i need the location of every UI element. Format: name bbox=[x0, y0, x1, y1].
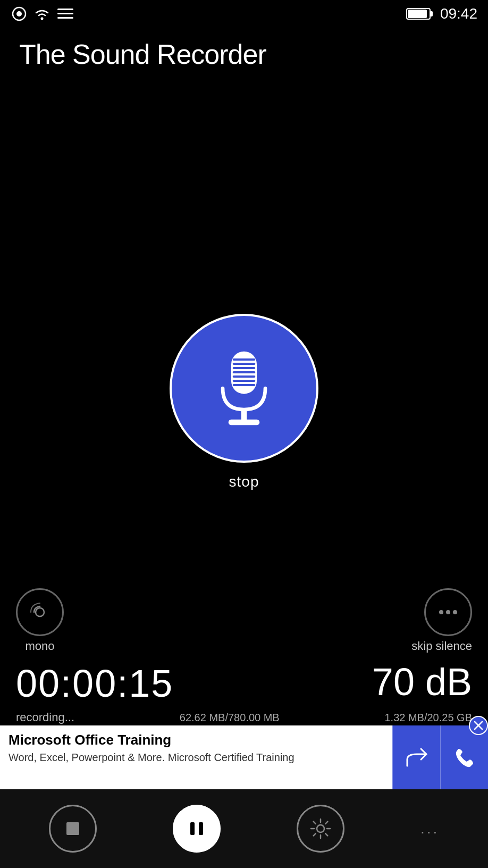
phone-icon bbox=[454, 747, 475, 768]
stop-square-icon bbox=[62, 818, 83, 839]
more-dots-icon bbox=[435, 599, 461, 625]
recording-timer: 00:00:15 bbox=[16, 662, 173, 705]
nav-stop-button[interactable] bbox=[49, 805, 97, 853]
svg-rect-11 bbox=[233, 363, 256, 365]
notification-icon bbox=[11, 6, 28, 21]
ad-content: Microsoft Office Training Word, Excel, P… bbox=[0, 725, 392, 789]
svg-rect-17 bbox=[241, 410, 247, 421]
ad-buttons bbox=[392, 725, 488, 789]
ad-call-button[interactable] bbox=[440, 725, 488, 789]
ad-share-button[interactable] bbox=[392, 725, 440, 789]
svg-point-1 bbox=[16, 11, 22, 16]
status-right: 09:42 bbox=[406, 5, 477, 22]
svg-point-21 bbox=[446, 610, 450, 614]
svg-rect-3 bbox=[57, 9, 73, 10]
pause-icon bbox=[185, 817, 208, 840]
app-title: The Sound Recorder bbox=[0, 28, 488, 76]
status-time: 09:42 bbox=[440, 5, 477, 22]
svg-rect-5 bbox=[57, 17, 73, 19]
mic-button-container: stop bbox=[170, 314, 318, 490]
timer-db-row: 00:00:15 70 dB bbox=[16, 658, 472, 705]
svg-point-20 bbox=[439, 610, 443, 614]
svg-point-28 bbox=[317, 825, 324, 832]
ad-close-button[interactable] bbox=[469, 716, 488, 735]
mic-button[interactable] bbox=[170, 314, 318, 463]
svg-rect-25 bbox=[66, 822, 79, 835]
wifi-icon bbox=[33, 6, 51, 21]
db-level: 70 dB bbox=[372, 660, 472, 704]
stats-row: recording... 62.62 MB/780.00 MB 1.32 MB/… bbox=[16, 711, 472, 724]
status-bar: 09:42 bbox=[0, 0, 488, 28]
mono-button[interactable] bbox=[16, 588, 64, 636]
sound-waves-icon bbox=[27, 599, 53, 625]
svg-rect-8 bbox=[408, 10, 427, 18]
svg-point-2 bbox=[41, 18, 44, 20]
bottom-controls: mono skip silence 00:00:15 70 dB recordi… bbox=[0, 588, 488, 724]
nav-more-button[interactable]: ... bbox=[420, 820, 439, 837]
skip-silence-label: skip silence bbox=[411, 639, 472, 653]
svg-rect-15 bbox=[233, 380, 256, 382]
svg-rect-14 bbox=[233, 375, 256, 378]
skip-silence-button[interactable] bbox=[424, 588, 472, 636]
svg-rect-13 bbox=[233, 371, 256, 373]
svg-rect-16 bbox=[233, 384, 256, 386]
stop-label: stop bbox=[229, 473, 259, 490]
microphone-icon bbox=[207, 346, 281, 431]
svg-rect-18 bbox=[229, 420, 260, 425]
nav-pause-button[interactable] bbox=[173, 805, 221, 853]
control-row: mono skip silence bbox=[16, 588, 472, 653]
svg-rect-26 bbox=[190, 822, 195, 835]
ad-banner: Microsoft Office Training Word, Excel, P… bbox=[0, 725, 488, 789]
status-icons bbox=[11, 6, 74, 21]
svg-rect-10 bbox=[233, 358, 256, 361]
nav-settings-button[interactable] bbox=[297, 805, 344, 853]
ad-subtitle: Word, Excel, Powerpoint & More. Microsof… bbox=[9, 750, 384, 764]
mono-label: mono bbox=[16, 639, 64, 653]
svg-rect-12 bbox=[233, 367, 256, 369]
recording-status: recording... bbox=[16, 711, 74, 724]
skip-silence-control: skip silence bbox=[411, 588, 472, 653]
share-icon bbox=[406, 747, 427, 768]
signal-icon bbox=[56, 6, 74, 21]
svg-rect-4 bbox=[57, 13, 73, 14]
close-icon bbox=[474, 721, 483, 730]
ad-title: Microsoft Office Training bbox=[9, 732, 384, 748]
mono-control: mono bbox=[16, 588, 64, 653]
svg-rect-7 bbox=[430, 11, 433, 16]
battery-icon bbox=[406, 7, 434, 21]
storage-used: 62.62 MB/780.00 MB bbox=[180, 712, 280, 724]
svg-point-19 bbox=[36, 608, 44, 616]
file-size: 1.32 MB/20.25 GB bbox=[384, 712, 472, 724]
svg-rect-27 bbox=[199, 822, 203, 835]
svg-point-22 bbox=[453, 610, 457, 614]
bottom-nav: ... bbox=[0, 789, 488, 868]
gear-icon bbox=[309, 817, 332, 840]
